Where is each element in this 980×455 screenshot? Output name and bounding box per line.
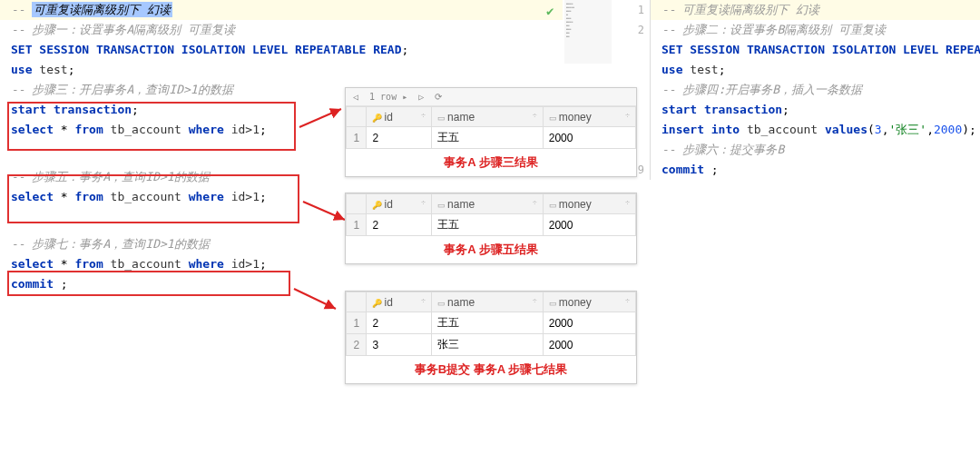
- result-panel-step7: 🔑id ÷ ▭name ÷ ▭money ÷ 1 2 王五 2000 2 3 张…: [345, 291, 637, 384]
- table-row[interactable]: 1 2 王五 2000: [347, 312, 636, 334]
- right-line-2[interactable]: -- 步骤二：设置事务B隔离级别 可重复读: [651, 20, 980, 40]
- right-line-7[interactable]: insert into tb_account values(3,'张三',200…: [651, 120, 980, 140]
- table-row[interactable]: 1 2 王五 2000: [347, 127, 636, 149]
- result-toolbar[interactable]: ◁ 1 row ▸ ▷ ⟳: [346, 88, 636, 106]
- result-table-step7: 🔑id ÷ ▭name ÷ ▭money ÷ 1 2 王五 2000 2 3 张…: [346, 292, 636, 356]
- result-table-step3: 🔑id ÷ ▭name ÷ ▭money ÷ 1 2 王五 2000: [346, 106, 636, 149]
- left-line-2[interactable]: -- 步骤一：设置事务A隔离级别 可重复读: [0, 20, 563, 40]
- right-line-6[interactable]: start transaction;: [651, 100, 980, 120]
- right-line-3[interactable]: SET SESSION TRANSACTION ISOLATION LEVEL …: [651, 40, 980, 60]
- result-table-step5: 🔑id ÷ ▭name ÷ ▭money ÷ 1 2 王五 2000: [346, 193, 636, 236]
- check-icon: ✔: [546, 4, 554, 18]
- table-row[interactable]: 2 3 张三 2000: [347, 334, 636, 356]
- col-header-id[interactable]: id: [384, 111, 392, 124]
- redbox-step3: [7, 102, 296, 151]
- left-line-3[interactable]: SET SESSION TRANSACTION ISOLATION LEVEL …: [0, 40, 563, 60]
- left-line-1[interactable]: -- 可重复读隔离级别下 幻读: [0, 0, 563, 20]
- redbox-step7: [7, 271, 290, 296]
- col-header-name[interactable]: name: [447, 111, 475, 124]
- right-line-1[interactable]: -- 可重复读隔离级别下 幻读: [651, 0, 980, 20]
- redbox-step5: [7, 174, 299, 223]
- right-line-9[interactable]: commit ;: [651, 160, 980, 180]
- result-panel-step3: ◁ 1 row ▸ ▷ ⟳ 🔑id ÷ ▭name ÷ ▭money ÷ 1 2…: [345, 87, 637, 177]
- right-line-4[interactable]: use test;: [651, 60, 980, 80]
- right-line-5[interactable]: -- 步骤四:开启事务B，插入一条数据: [651, 80, 980, 100]
- result-panel-step5: 🔑id ÷ ▭name ÷ ▭money ÷ 1 2 王五 2000 事务A 步…: [345, 193, 637, 264]
- col-header-money[interactable]: money: [559, 111, 592, 124]
- line-gutter: 1 2 9: [622, 0, 650, 180]
- left-line-4[interactable]: use test;: [0, 60, 563, 80]
- minimap[interactable]: ▬▬▬▬▬▬▬▬▬▬▬▬▬▬▬▬▬▬▬▬▬▬▬▬▬▬▬▬▬: [564, 0, 612, 64]
- selected-text: 可重复读隔离级别下 幻读: [32, 2, 172, 17]
- right-editor-panel[interactable]: -- 可重复读隔离级别下 幻读 -- 步骤二：设置事务B隔离级别 可重复读 SE…: [650, 0, 980, 180]
- right-line-8[interactable]: -- 步骤六：提交事务B: [651, 140, 980, 160]
- caption-step5: 事务A 步骤五结果: [346, 236, 636, 263]
- table-row[interactable]: 1 2 王五 2000: [347, 214, 636, 236]
- caption-step3: 事务A 步骤三结果: [346, 149, 636, 176]
- caption-step7: 事务B提交 事务A 步骤七结果: [346, 356, 636, 383]
